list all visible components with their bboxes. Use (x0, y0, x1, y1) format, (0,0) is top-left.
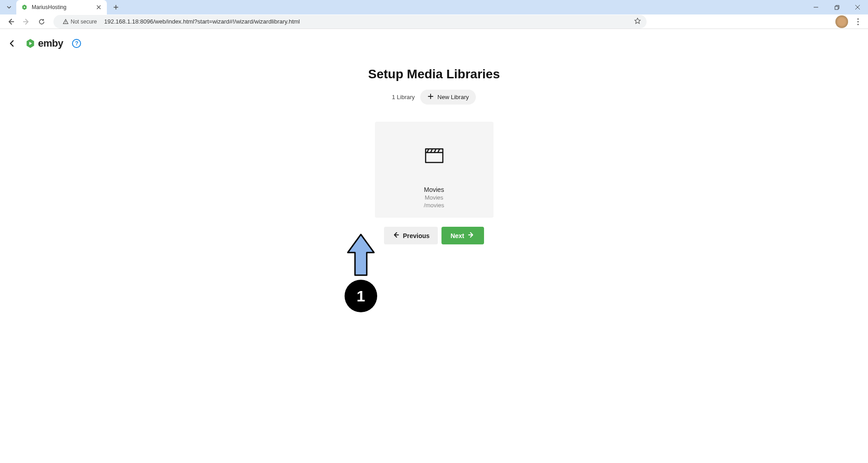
new-tab-button[interactable] (110, 1, 122, 14)
wizard-content: Setup Media Libraries 1 Library New Libr… (0, 58, 868, 244)
security-indicator[interactable]: Not secure (59, 18, 101, 26)
annotation-overlay: 1 (344, 233, 378, 312)
library-info-row: 1 Library New Library (0, 90, 868, 105)
emby-logo[interactable]: emby (25, 38, 63, 49)
new-library-label: New Library (437, 94, 469, 100)
url-bar-row: Not secure 192.168.1.18:8096/web/index.h… (0, 14, 868, 29)
help-icon[interactable]: ? (72, 39, 81, 48)
previous-label: Previous (403, 232, 430, 239)
warning-icon (62, 19, 69, 25)
annotation-number: 1 (357, 287, 365, 305)
tab-search-dropdown[interactable] (4, 2, 14, 13)
security-label: Not secure (71, 19, 97, 25)
emby-logo-text: emby (38, 38, 63, 49)
maximize-button[interactable] (826, 0, 847, 14)
movie-icon (425, 131, 444, 184)
close-button[interactable] (847, 0, 868, 14)
url-text: 192.168.1.18:8096/web/index.html?start=w… (104, 18, 630, 25)
tab-favicon-icon (21, 4, 28, 11)
back-button[interactable] (7, 39, 16, 48)
app-header: emby ? (0, 29, 868, 58)
nav-back-button[interactable] (4, 15, 18, 28)
profile-avatar[interactable] (835, 15, 848, 28)
svg-point-2 (858, 18, 859, 19)
reload-button[interactable] (34, 15, 49, 28)
library-path: /movies (424, 202, 444, 209)
browser-tab[interactable]: MariusHosting (16, 0, 107, 14)
nav-forward-button[interactable] (19, 15, 34, 28)
emby-logo-icon (25, 38, 35, 48)
new-library-button[interactable]: New Library (420, 90, 476, 105)
tab-close-icon[interactable] (95, 4, 102, 11)
library-name: Movies (424, 186, 444, 193)
svg-rect-0 (835, 6, 838, 10)
library-count: 1 Library (392, 94, 415, 100)
svg-point-1 (65, 23, 66, 23)
annotation-number-badge: 1 (345, 280, 377, 312)
arrow-left-icon (392, 231, 399, 240)
bookmark-star-icon[interactable] (634, 17, 641, 26)
browser-menu-button[interactable] (852, 18, 864, 25)
minimize-button[interactable] (806, 0, 826, 14)
wizard-nav: Previous Next (0, 227, 868, 244)
library-type: Movies (425, 194, 443, 201)
svg-point-4 (858, 24, 859, 25)
page-content: emby ? Setup Media Libraries 1 Library N… (0, 29, 868, 463)
library-card[interactable]: Movies Movies /movies (375, 122, 494, 218)
previous-button[interactable]: Previous (384, 227, 438, 244)
page-title: Setup Media Libraries (0, 67, 868, 81)
next-button[interactable]: Next (441, 227, 484, 244)
tab-title: MariusHosting (32, 4, 91, 10)
window-controls (806, 0, 868, 14)
svg-point-3 (858, 21, 859, 22)
browser-tab-strip: MariusHosting (0, 0, 868, 14)
arrow-right-icon (468, 231, 475, 240)
plus-icon (427, 93, 434, 101)
url-bar[interactable]: Not secure 192.168.1.18:8096/web/index.h… (53, 15, 647, 29)
next-label: Next (451, 232, 464, 239)
